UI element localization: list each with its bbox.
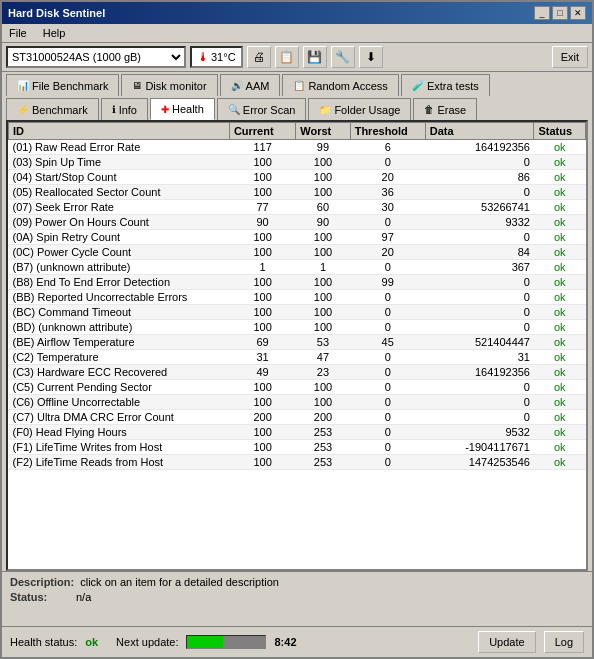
cell-current: 31 — [229, 350, 295, 365]
table-row[interactable]: (C3) Hardware ECC Recovered 49 23 0 1641… — [9, 365, 586, 380]
cell-worst: 53 — [296, 335, 350, 350]
cell-data: 31 — [425, 350, 534, 365]
cell-current: 100 — [229, 155, 295, 170]
table-row[interactable]: (0C) Power Cycle Count 100 100 20 84 ok — [9, 245, 586, 260]
tab-random-access[interactable]: 📋 Random Access — [282, 74, 398, 96]
cell-current: 100 — [229, 395, 295, 410]
cell-id: (BB) Reported Uncorrectable Errors — [9, 290, 230, 305]
cell-current: 100 — [229, 245, 295, 260]
cell-current: 100 — [229, 380, 295, 395]
log-button[interactable]: Log — [544, 631, 584, 653]
close-button[interactable]: ✕ — [570, 6, 586, 20]
toolbar-btn-down[interactable]: ⬇ — [359, 46, 383, 68]
cell-current: 100 — [229, 320, 295, 335]
cell-current: 117 — [229, 140, 295, 155]
maximize-button[interactable]: □ — [552, 6, 568, 20]
cell-id: (F0) Head Flying Hours — [9, 425, 230, 440]
menu-help[interactable]: Help — [40, 26, 69, 40]
cell-data: 84 — [425, 245, 534, 260]
cell-id: (BD) (unknown attribute) — [9, 320, 230, 335]
cell-id: (C2) Temperature — [9, 350, 230, 365]
main-window: Hard Disk Sentinel _ □ ✕ File Help ST310… — [0, 0, 594, 659]
table-row[interactable]: (BE) Airflow Temperature 69 53 45 521404… — [9, 335, 586, 350]
cell-threshold: 0 — [350, 425, 425, 440]
toolbar-btn-1[interactable]: 🖨 — [247, 46, 271, 68]
table-row[interactable]: (C5) Current Pending Sector 100 100 0 0 … — [9, 380, 586, 395]
cell-worst: 253 — [296, 455, 350, 470]
cell-status: ok — [534, 230, 586, 245]
table-scroll[interactable]: ID Current Worst Threshold Data Status (… — [8, 122, 586, 569]
table-row[interactable]: (F2) LifeTime Reads from Host 100 253 0 … — [9, 455, 586, 470]
cell-id: (05) Reallocated Sector Count — [9, 185, 230, 200]
minimize-button[interactable]: _ — [534, 6, 550, 20]
cell-threshold: 0 — [350, 365, 425, 380]
error-scan-icon: 🔍 — [228, 104, 240, 115]
erase-icon: 🗑 — [424, 104, 434, 115]
table-row[interactable]: (01) Raw Read Error Rate 117 99 6 164192… — [9, 140, 586, 155]
cell-threshold: 0 — [350, 305, 425, 320]
random-access-icon: 📋 — [293, 80, 305, 91]
window-title: Hard Disk Sentinel — [8, 7, 105, 19]
exit-button[interactable]: Exit — [552, 46, 588, 68]
tab-file-benchmark[interactable]: 📊 File Benchmark — [6, 74, 119, 96]
table-row[interactable]: (B7) (unknown attribute) 1 1 0 367 ok — [9, 260, 586, 275]
table-row[interactable]: (0A) Spin Retry Count 100 100 97 0 ok — [9, 230, 586, 245]
table-row[interactable]: (C2) Temperature 31 47 0 31 ok — [9, 350, 586, 365]
table-row[interactable]: (F0) Head Flying Hours 100 253 0 9532 ok — [9, 425, 586, 440]
cell-threshold: 0 — [350, 215, 425, 230]
cell-data: 367 — [425, 260, 534, 275]
cell-worst: 253 — [296, 440, 350, 455]
cell-id: (0A) Spin Retry Count — [9, 230, 230, 245]
table-row[interactable]: (04) Start/Stop Count 100 100 20 86 ok — [9, 170, 586, 185]
table-row[interactable]: (05) Reallocated Sector Count 100 100 36… — [9, 185, 586, 200]
table-row[interactable]: (C6) Offline Uncorrectable 100 100 0 0 o… — [9, 395, 586, 410]
cell-current: 100 — [229, 170, 295, 185]
table-row[interactable]: (03) Spin Up Time 100 100 0 0 ok — [9, 155, 586, 170]
cell-threshold: 0 — [350, 455, 425, 470]
next-update-label: Next update: — [116, 636, 178, 648]
table-row[interactable]: (B8) End To End Error Detection 100 100 … — [9, 275, 586, 290]
cell-status: ok — [534, 290, 586, 305]
table-row[interactable]: (BD) (unknown attribute) 100 100 0 0 ok — [9, 320, 586, 335]
cell-data: 86 — [425, 170, 534, 185]
smart-table: ID Current Worst Threshold Data Status (… — [8, 122, 586, 470]
cell-status: ok — [534, 395, 586, 410]
cell-status: ok — [534, 410, 586, 425]
tab-erase[interactable]: 🗑 Erase — [413, 98, 477, 120]
tab-health[interactable]: ✚ Health — [150, 98, 215, 120]
cell-data: 0 — [425, 290, 534, 305]
health-status-value: ok — [85, 636, 98, 648]
table-row[interactable]: (09) Power On Hours Count 90 90 0 9332 o… — [9, 215, 586, 230]
tab-info[interactable]: ℹ Info — [101, 98, 148, 120]
cell-status: ok — [534, 320, 586, 335]
table-row[interactable]: (F1) LifeTime Writes from Host 100 253 0… — [9, 440, 586, 455]
cell-current: 90 — [229, 215, 295, 230]
cell-id: (07) Seek Error Rate — [9, 200, 230, 215]
cell-id: (F2) LifeTime Reads from Host — [9, 455, 230, 470]
tab-error-scan[interactable]: 🔍 Error Scan — [217, 98, 307, 120]
cell-data: 9532 — [425, 425, 534, 440]
cell-worst: 1 — [296, 260, 350, 275]
cell-status: ok — [534, 185, 586, 200]
tab-disk-monitor[interactable]: 🖥 Disk monitor — [121, 74, 217, 96]
cell-data: 0 — [425, 155, 534, 170]
tab-folder-usage[interactable]: 📁 Folder Usage — [308, 98, 411, 120]
tab-benchmark[interactable]: ⚡ Benchmark — [6, 98, 99, 120]
menu-file[interactable]: File — [6, 26, 30, 40]
cell-id: (C3) Hardware ECC Recovered — [9, 365, 230, 380]
toolbar-btn-save[interactable]: 💾 — [303, 46, 327, 68]
toolbar-btn-2[interactable]: 📋 — [275, 46, 299, 68]
cell-status: ok — [534, 170, 586, 185]
drive-selector[interactable]: ST31000524AS (1000 gB) — [6, 46, 186, 68]
table-row[interactable]: (BC) Command Timeout 100 100 0 0 ok — [9, 305, 586, 320]
table-row[interactable]: (BB) Reported Uncorrectable Errors 100 1… — [9, 290, 586, 305]
cell-id: (C7) Ultra DMA CRC Error Count — [9, 410, 230, 425]
tab-extra-tests[interactable]: 🧪 Extra tests — [401, 74, 490, 96]
cell-threshold: 20 — [350, 170, 425, 185]
table-row[interactable]: (C7) Ultra DMA CRC Error Count 200 200 0… — [9, 410, 586, 425]
cell-worst: 100 — [296, 395, 350, 410]
table-row[interactable]: (07) Seek Error Rate 77 60 30 53266741 o… — [9, 200, 586, 215]
tab-aam[interactable]: 🔊 AAM — [220, 74, 281, 96]
toolbar-btn-tool[interactable]: 🔧 — [331, 46, 355, 68]
update-button[interactable]: Update — [478, 631, 535, 653]
